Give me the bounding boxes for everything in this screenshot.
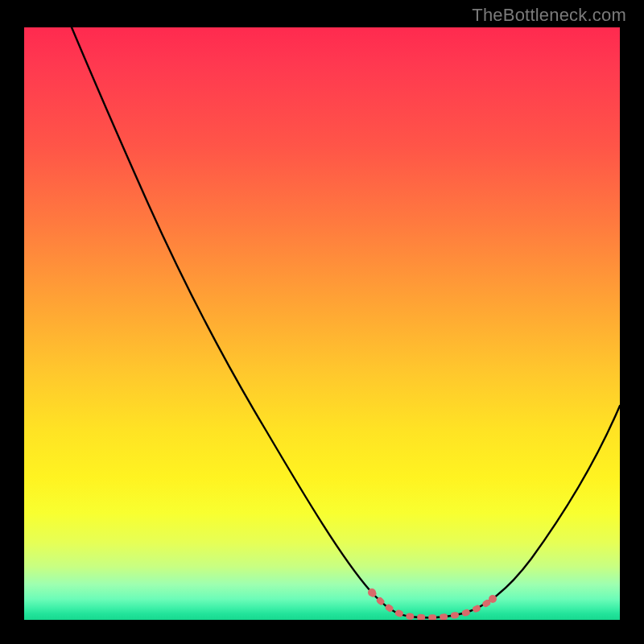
- plot-area: [24, 27, 620, 620]
- watermark-text: TheBottleneck.com: [472, 5, 626, 26]
- optimal-zone-dash: [372, 592, 493, 617]
- bottleneck-curve-line: [72, 27, 620, 617]
- chart-frame: TheBottleneck.com: [0, 0, 644, 644]
- bottleneck-curve-svg: [24, 27, 620, 620]
- optimal-zone-end-dot: [489, 595, 497, 603]
- optimal-zone-start-dot: [368, 588, 376, 597]
